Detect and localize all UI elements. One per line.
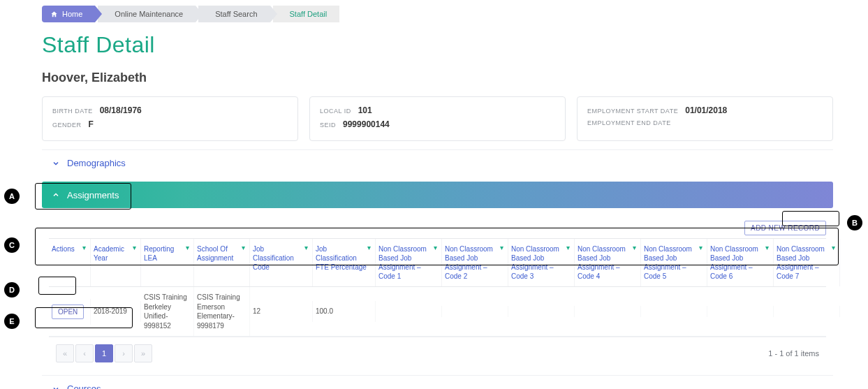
section-courses-header[interactable]: Courses xyxy=(42,375,833,389)
filter-icon[interactable]: ▾ xyxy=(633,243,636,252)
callout-e: E xyxy=(4,314,20,329)
col-job-class-fte[interactable]: Job Classification FTE Percentage▾ xyxy=(313,239,376,286)
pager-row: « ‹ 1 › » 1 - 1 of 1 items xyxy=(49,337,826,369)
section-assignments-header[interactable]: Assignments xyxy=(42,182,833,208)
col-ncba3[interactable]: Non Classroom Based Job Assignment – Cod… xyxy=(508,239,575,286)
callout-b: B xyxy=(847,215,862,230)
breadcrumb-staff-search[interactable]: Staff Search xyxy=(198,6,270,22)
seid-value: 9999900144 xyxy=(343,119,390,129)
chevron-down-icon xyxy=(52,385,60,390)
cell-ncba2 xyxy=(442,306,508,317)
filter-icon[interactable]: ▾ xyxy=(566,243,570,252)
col-ncba5[interactable]: Non Classroom Based Job Assignment – Cod… xyxy=(641,239,707,286)
breadcrumb-online-maintenance[interactable]: Online Maintenance xyxy=(98,6,196,22)
cell-ncba7 xyxy=(774,306,840,317)
pager-prev-button[interactable]: ‹ xyxy=(75,344,94,362)
cell-reporting-lea: CSIS Training Berkeley Unified-9998152 xyxy=(141,287,194,336)
filter-icon[interactable]: ▾ xyxy=(434,243,437,252)
cell-ncba4 xyxy=(575,306,641,317)
col-job-class-code-label: Job Classification Code xyxy=(253,245,294,271)
pager-first-button[interactable]: « xyxy=(56,344,74,362)
staff-name: Hoover, Elizabeth xyxy=(42,71,840,85)
pager-status: 1 - 1 of 1 items xyxy=(768,349,819,358)
detail-card-employment: EMPLOYMENT START DATE 01/01/2018 EMPLOYM… xyxy=(577,96,833,141)
callout-a: A xyxy=(4,189,20,204)
col-ncba6[interactable]: Non Classroom Based Job Assignment – Cod… xyxy=(707,239,774,286)
cell-ncba6 xyxy=(707,306,774,317)
cell-ncba5 xyxy=(641,306,707,317)
callout-d: D xyxy=(4,282,20,298)
table-row: OPEN 2018-2019 CSIS Training Berkeley Un… xyxy=(49,287,826,337)
filter-icon[interactable]: ▾ xyxy=(304,243,308,252)
local-id-label: LOCAL ID xyxy=(320,108,351,115)
filter-icon[interactable]: ▾ xyxy=(765,243,769,252)
breadcrumb-home-label: Home xyxy=(62,10,82,18)
gender-value: F xyxy=(89,119,94,129)
page-title: Staff Detail xyxy=(42,32,840,58)
birth-date-value: 08/18/1976 xyxy=(100,105,142,115)
filter-icon[interactable]: ▾ xyxy=(186,243,189,252)
pager: « ‹ 1 › » xyxy=(56,344,152,362)
col-ncba1-label: Non Classroom Based Job Assignment – Cod… xyxy=(378,245,427,280)
filter-icon[interactable]: ▾ xyxy=(82,243,86,252)
col-ncba5-label: Non Classroom Based Job Assignment – Cod… xyxy=(644,245,692,280)
breadcrumb-home[interactable]: Home xyxy=(42,6,95,22)
breadcrumb-staff-detail[interactable]: Staff Detail xyxy=(273,6,340,22)
emp-start-value: 01/01/2018 xyxy=(685,105,727,115)
col-ncba4-label: Non Classroom Based Job Assignment – Cod… xyxy=(578,245,626,280)
col-ncba7[interactable]: Non Classroom Based Job Assignment – Cod… xyxy=(774,239,840,286)
detail-cards: BIRTH DATE 08/18/1976 GENDER F LOCAL ID … xyxy=(42,96,833,141)
section-courses-label: Courses xyxy=(67,383,101,389)
section-courses: Courses xyxy=(42,375,833,389)
col-academic-year-label: Academic Year xyxy=(94,245,124,262)
col-job-class-fte-label: Job Classification FTE Percentage xyxy=(316,245,367,271)
filter-icon[interactable]: ▾ xyxy=(133,243,136,252)
assignments-grid: Actions▾ Academic Year▾ Reporting LEA▾ S… xyxy=(49,238,826,337)
filter-icon[interactable]: ▾ xyxy=(500,243,503,252)
breadcrumb-staff-search-label: Staff Search xyxy=(215,10,257,18)
col-reporting-lea[interactable]: Reporting LEA▾ xyxy=(141,239,194,286)
pager-next-button[interactable]: › xyxy=(115,344,133,362)
section-demographics-label: Demographics xyxy=(67,158,126,168)
pager-page-1-button[interactable]: 1 xyxy=(95,344,113,362)
open-row-button[interactable]: OPEN xyxy=(52,304,84,319)
gender-label: GENDER xyxy=(52,122,82,129)
emp-end-label: EMPLOYMENT END DATE xyxy=(587,119,671,126)
col-ncba4[interactable]: Non Classroom Based Job Assignment – Cod… xyxy=(575,239,641,286)
col-actions-label: Actions xyxy=(52,245,75,253)
grid-header-row: Actions▾ Academic Year▾ Reporting LEA▾ S… xyxy=(49,239,826,287)
filter-icon[interactable]: ▾ xyxy=(367,243,371,252)
emp-start-label: EMPLOYMENT START DATE xyxy=(587,108,678,115)
seid-label: SEID xyxy=(320,122,336,129)
chevron-down-icon xyxy=(52,159,60,168)
breadcrumb: Home Online Maintenance Staff Search Sta… xyxy=(42,6,840,22)
section-demographics: Demographics xyxy=(42,149,833,176)
col-ncba7-label: Non Classroom Based Job Assignment – Cod… xyxy=(777,245,825,280)
cell-ncba1 xyxy=(376,306,442,317)
cell-school-of-assignment: CSIS Training Emerson Elementary-9998179 xyxy=(194,287,250,336)
chevron-up-icon xyxy=(52,191,60,199)
col-ncba1[interactable]: Non Classroom Based Job Assignment – Cod… xyxy=(376,239,442,286)
col-job-class-code[interactable]: Job Classification Code▾ xyxy=(250,239,313,286)
filter-icon[interactable]: ▾ xyxy=(242,243,245,252)
filter-icon[interactable]: ▾ xyxy=(832,243,835,252)
filter-icon[interactable]: ▾ xyxy=(699,243,703,252)
col-academic-year[interactable]: Academic Year▾ xyxy=(91,239,141,286)
detail-card-personal: BIRTH DATE 08/18/1976 GENDER F xyxy=(42,96,298,141)
col-actions[interactable]: Actions▾ xyxy=(49,239,91,286)
section-assignments: Assignments ADD NEW RECORD Actions▾ Acad… xyxy=(42,182,833,369)
local-id-value: 101 xyxy=(358,105,372,115)
breadcrumb-online-maintenance-label: Online Maintenance xyxy=(115,10,183,18)
col-ncba3-label: Non Classroom Based Job Assignment – Cod… xyxy=(511,245,559,280)
detail-card-ids: LOCAL ID 101 SEID 9999900144 xyxy=(309,96,566,141)
col-school-of-assignment[interactable]: School Of Assignment▾ xyxy=(194,239,250,286)
section-demographics-header[interactable]: Demographics xyxy=(42,149,833,176)
breadcrumb-staff-detail-label: Staff Detail xyxy=(290,10,328,18)
col-ncba2[interactable]: Non Classroom Based Job Assignment – Cod… xyxy=(442,239,508,286)
cell-job-class-code: 12 xyxy=(250,301,313,322)
add-new-record-button[interactable]: ADD NEW RECORD xyxy=(744,221,826,235)
callout-c: C xyxy=(4,237,20,253)
pager-last-button[interactable]: » xyxy=(134,344,152,362)
home-icon xyxy=(50,10,58,18)
col-ncba2-label: Non Classroom Based Job Assignment – Cod… xyxy=(445,245,493,280)
